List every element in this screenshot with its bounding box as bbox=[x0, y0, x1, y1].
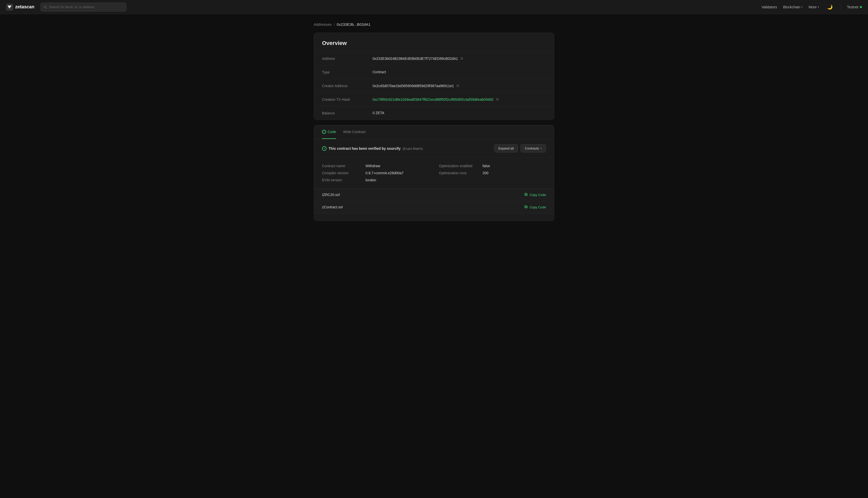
meta-row-contract-name: Contract name Withdraw bbox=[322, 164, 429, 168]
file-item-zcontract: zContract.sol Copy Code bbox=[314, 201, 554, 213]
brand-logo[interactable]: zetascan bbox=[6, 3, 34, 11]
overview-row-balance: Balance 0 ZETA bbox=[314, 106, 554, 120]
chevron-down-icon: ▾ bbox=[801, 5, 803, 8]
overview-row-tx-hash: Creation TX Hash 0xc79f00c621d8e1034ea6f… bbox=[314, 92, 554, 106]
testnet-badge: Testnet bbox=[847, 5, 862, 9]
theme-toggle-button[interactable]: 🌙 bbox=[825, 3, 835, 11]
search-icon bbox=[44, 5, 47, 9]
nav-more[interactable]: More ▾ bbox=[808, 5, 819, 9]
meta-row-optimization-enabled: Optimization enabled false bbox=[439, 164, 546, 168]
navbar: zetascan Validators Blockchain ▾ More ▾ … bbox=[0, 0, 868, 14]
copy-icon bbox=[524, 205, 528, 209]
tabs-card: ✓ Code Write Contract ✓ This contract ha… bbox=[314, 125, 554, 221]
file-item-izrc20: IZRC20.sol Copy Code bbox=[314, 189, 554, 201]
tab-write-contract[interactable]: Write Contract bbox=[343, 125, 366, 139]
overview-row-address: Address 0x233E3b024B1984E4E8b0EdE7f7274E… bbox=[314, 52, 554, 65]
copy-code-izrc20-button[interactable]: Copy Code bbox=[524, 193, 546, 197]
contract-name-label: Contract name bbox=[322, 164, 362, 168]
evm-version-value: london bbox=[366, 178, 376, 182]
code-verified-icon: ✓ bbox=[322, 130, 326, 134]
file-name-izrc20: IZRC20.sol bbox=[322, 193, 340, 197]
tab-code[interactable]: ✓ Code bbox=[322, 125, 336, 139]
verification-banner: ✓ This contract has been verified by sou… bbox=[314, 139, 554, 158]
breadcrumb-parent-link[interactable]: Addresses bbox=[314, 22, 332, 27]
breadcrumb-separator: / bbox=[334, 22, 335, 27]
overview-card: Overview Address 0x233E3b024B1984E4E8b0E… bbox=[314, 32, 554, 120]
overview-row-type: Type Contract bbox=[314, 65, 554, 79]
testnet-status-dot bbox=[860, 6, 862, 8]
tx-hash-value: 0xc79f00c621d8e1034ea6f3847ffd21ecd88f50… bbox=[373, 97, 546, 102]
copy-address-button[interactable]: ⧉ bbox=[460, 56, 463, 61]
svg-rect-4 bbox=[525, 206, 527, 208]
svg-rect-2 bbox=[525, 194, 527, 196]
creator-value: 0x2cd3d070ae1bd365909dd859d29f387aa96911… bbox=[373, 83, 546, 88]
address-label: Address bbox=[322, 56, 373, 61]
files-section: IZRC20.sol Copy Code zContract.sol bbox=[314, 188, 554, 221]
brand-name: zetascan bbox=[15, 4, 34, 10]
compiler-version-label: Compiler version bbox=[322, 171, 362, 175]
nav-validators[interactable]: Validators bbox=[762, 5, 777, 9]
optimization-enabled-value: false bbox=[483, 164, 490, 168]
breadcrumb: Addresses / 0x233E3b...B02dA1 bbox=[314, 22, 554, 27]
optimization-enabled-label: Optimization enabled bbox=[439, 164, 480, 168]
tx-hash-label: Creation TX Hash bbox=[322, 97, 373, 102]
verify-left: ✓ This contract has been verified by sou… bbox=[322, 146, 423, 151]
nav-divider bbox=[841, 3, 841, 11]
contract-name-value: Withdraw bbox=[366, 164, 380, 168]
tx-hash-link[interactable]: 0xc79f00c621d8e1034ea6f3847ffd21ecd88f50… bbox=[373, 97, 494, 102]
meta-row-optimization-runs: Optimization runs 200 bbox=[439, 171, 546, 175]
verify-text: This contract has been verified by sourc… bbox=[329, 146, 423, 150]
balance-label: Balance bbox=[322, 111, 373, 115]
partial-file-row bbox=[314, 213, 554, 221]
tabs-header: ✓ Code Write Contract bbox=[314, 125, 554, 139]
svg-rect-3 bbox=[525, 193, 527, 195]
compiler-version-value: 0.8.7+commit.e28d00a7 bbox=[366, 171, 404, 175]
contracts-chevron-icon: ▾ bbox=[540, 147, 542, 150]
contracts-dropdown-button[interactable]: Contracts ▾ bbox=[521, 144, 546, 153]
verify-actions: Expand all Contracts ▾ bbox=[494, 144, 546, 153]
copy-code-zcontract-button[interactable]: Copy Code bbox=[524, 205, 546, 209]
svg-rect-5 bbox=[525, 206, 527, 208]
file-name-zcontract: zContract.sol bbox=[322, 205, 343, 209]
optimization-runs-value: 200 bbox=[483, 171, 488, 175]
breadcrumb-current: 0x233E3b...B02dA1 bbox=[337, 22, 370, 27]
overview-title: Overview bbox=[314, 33, 554, 52]
expand-all-button[interactable]: Expand all bbox=[494, 144, 518, 153]
main-content: Addresses / 0x233E3b...B02dA1 Overview A… bbox=[308, 14, 560, 229]
copy-tx-hash-button[interactable]: ⧉ bbox=[496, 97, 499, 102]
nav-blockchain[interactable]: Blockchain ▾ bbox=[783, 5, 803, 9]
nav-links: Validators Blockchain ▾ More ▾ 🌙 Testnet bbox=[762, 3, 862, 11]
type-value: Contract bbox=[373, 70, 546, 74]
search-input[interactable] bbox=[49, 5, 123, 9]
optimization-runs-label: Optimization runs bbox=[439, 171, 480, 175]
svg-point-1 bbox=[44, 5, 46, 8]
overview-row-creator: Creator Address 0x2cd3d070ae1bd365909dd8… bbox=[314, 79, 554, 92]
meta-row-compiler-version: Compiler version 0.8.7+commit.e28d00a7 bbox=[322, 171, 429, 175]
copy-creator-button[interactable]: ⧉ bbox=[456, 83, 460, 88]
evm-version-label: EVM version bbox=[322, 178, 362, 182]
balance-value: 0 ZETA bbox=[373, 111, 546, 115]
verified-check-icon: ✓ bbox=[322, 146, 327, 151]
verify-match: (Exact Match) bbox=[403, 147, 423, 150]
meta-row-evm-version: EVM version london bbox=[322, 178, 429, 182]
address-value: 0x233E3b024B1984E4E8b0EdE7f7274ED89cB02d… bbox=[373, 56, 546, 61]
copy-icon bbox=[524, 193, 528, 196]
search-bar[interactable] bbox=[40, 2, 126, 12]
creator-label: Creator Address bbox=[322, 83, 373, 88]
type-label: Type bbox=[322, 70, 373, 74]
contract-meta: Contract name Withdraw Optimization enab… bbox=[314, 158, 554, 188]
chevron-down-icon: ▾ bbox=[818, 5, 819, 8]
